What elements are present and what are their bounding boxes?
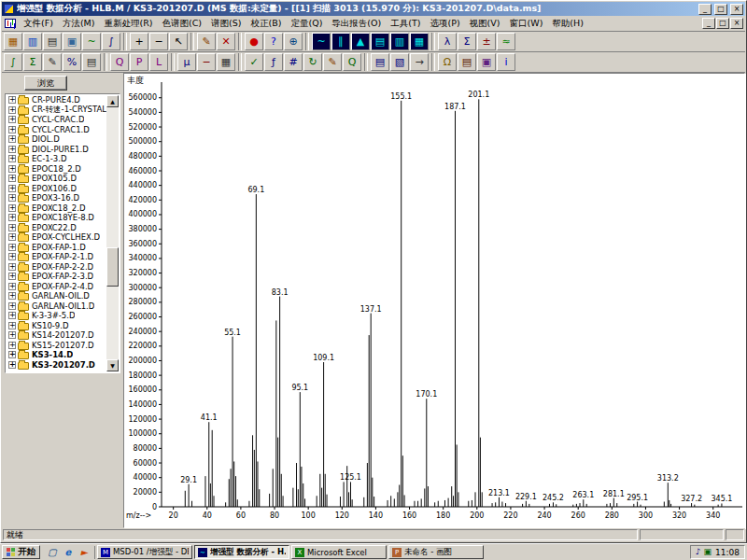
print-report-icon[interactable]: ▤ (82, 53, 101, 71)
start-button[interactable]: 开始 (2, 545, 40, 559)
task-data-analysis[interactable]: ~增强型 数据分析 - H... (194, 545, 289, 559)
expand-icon[interactable]: + (8, 322, 16, 329)
library-search-icon[interactable]: Q (110, 53, 129, 71)
expand-icon[interactable]: + (8, 361, 16, 369)
tree-item-EPOX3-16.D[interactable]: +EPOX3-16.D (7, 193, 106, 203)
tree-item-KS3-201207.D[interactable]: +KS3-201207.D (7, 360, 106, 371)
tree-item-CYCL-CRAC1.D[interactable]: +CYCL-CRAC1.D (7, 125, 106, 135)
menu-quantify[interactable]: 定量(Q) (286, 17, 327, 31)
expand-icon[interactable]: + (8, 253, 16, 260)
restore-button[interactable]: □ (714, 4, 727, 15)
menu-view[interactable]: 视图(V) (465, 17, 505, 31)
zoom-in-icon[interactable]: + (130, 33, 148, 50)
tree-item-EPOX-FAP-2-1.D[interactable]: +EPOX-FAP-2-1.D (7, 252, 106, 262)
info-icon[interactable]: i (497, 53, 515, 71)
child-minimize-button[interactable]: _ (702, 18, 715, 29)
custom-report-icon[interactable]: ▧ (390, 53, 409, 71)
scroll-up-icon[interactable]: ▲ (106, 95, 119, 107)
tree-item-EC-1-3.D[interactable]: +EC-1-3.D (7, 154, 106, 164)
tree-item-KS15-201207.D[interactable]: +KS15-201207.D (7, 341, 106, 351)
task-excel[interactable]: XMicrosoft Excel (291, 545, 387, 559)
menu-method[interactable]: 方法(M) (58, 17, 100, 31)
spectrum-panel[interactable]: 丰度02000040000600008000010000012000014000… (123, 73, 745, 528)
menu-calibrate[interactable]: 校正(B) (247, 17, 287, 31)
export-icon[interactable]: → (410, 53, 429, 71)
stamp-icon[interactable]: ▣ (477, 53, 496, 71)
tree-item-EPOX105.D[interactable]: +EPOX105.D (7, 174, 106, 184)
tic-spectrum-view-icon[interactable]: ▲ (351, 33, 370, 50)
expand-icon[interactable]: + (8, 312, 16, 319)
expand-icon[interactable]: + (8, 204, 16, 212)
tree-item-K-3-3#-5.D[interactable]: +K-3-3#-5.D (7, 311, 106, 321)
expand-icon[interactable]: + (8, 273, 16, 280)
tree-item-CYCL-CRAC.D[interactable]: +CYCL-CRAC.D (7, 115, 106, 125)
expand-icon[interactable]: + (8, 116, 16, 123)
menu-options[interactable]: 选项(P) (425, 17, 464, 31)
menu-chromatogram[interactable]: 色谱图(C) (158, 17, 207, 31)
pbm-search-icon[interactable]: P (130, 53, 148, 71)
taskbar-clock[interactable]: 11:08 (715, 548, 740, 557)
tree-item-DIOL-PURE1.D[interactable]: +DIOL-PURE1.D (7, 145, 106, 155)
report-icon[interactable]: ▤ (371, 53, 389, 71)
load-data-file-icon[interactable]: ▦ (4, 33, 22, 50)
menu-file[interactable]: 文件(F) (19, 17, 58, 31)
task-paint[interactable]: P未命名 - 画图 (388, 545, 484, 559)
expand-icon[interactable]: + (8, 194, 16, 202)
sum-spectra-icon[interactable]: Σ (458, 33, 476, 50)
tree-item-KS10-9.D[interactable]: +KS10-9.D (7, 321, 106, 331)
expand-icon[interactable]: + (8, 283, 16, 290)
expand-icon[interactable]: + (8, 244, 16, 251)
close-button[interactable]: × (730, 4, 743, 15)
media-player-icon[interactable]: ► (77, 546, 92, 559)
tree-item-KS14-201207.D[interactable]: +KS14-201207.D (7, 330, 106, 341)
recalculate-icon[interactable]: ↻ (303, 53, 322, 71)
expand-icon[interactable]: + (8, 155, 16, 162)
tree-item-EPOC18_2.D[interactable]: +EPOC18_2.D (7, 164, 106, 175)
tree-item-EPOX-FAP-1.D[interactable]: +EPOX-FAP-1.D (7, 243, 106, 253)
tree-item-GARLAN-OIL1.D[interactable]: +GARLAN-OIL1.D (7, 301, 106, 312)
tree-item-EPOX-FAP-2-2.D[interactable]: +EPOX-FAP-2-2.D (7, 262, 106, 273)
calibrate-icon[interactable]: ✓ (245, 53, 263, 71)
print-icon[interactable]: ▤ (43, 33, 62, 50)
percent-report-icon[interactable]: % (63, 53, 81, 71)
expand-icon[interactable]: + (8, 146, 16, 153)
subtract-spectra-icon[interactable]: ± (477, 33, 496, 50)
expand-icon[interactable]: + (8, 135, 16, 143)
menu-reprocess[interactable]: 重新处理(R) (100, 17, 158, 31)
quant-report-icon[interactable]: # (284, 53, 303, 71)
tree-item-DIOL.D[interactable]: +DIOL.D (7, 134, 106, 145)
annotate-icon[interactable]: ✎ (197, 33, 216, 50)
integration-events-icon[interactable]: ✎ (43, 53, 62, 71)
internet-explorer-icon[interactable]: e (61, 546, 76, 559)
tree-item-KS3-14.D[interactable]: +KS3-14.D (7, 350, 106, 360)
tree-item-EPOXC22.D[interactable]: +EPOXC22.D (7, 223, 106, 233)
expand-icon[interactable]: + (8, 165, 16, 173)
tabulate-spectrum-icon[interactable]: ▦ (217, 53, 235, 71)
expand-icon[interactable]: + (8, 351, 16, 358)
task-msd-top[interactable]: MMSD-01 /增强型 - DE... (97, 545, 192, 559)
expand-icon[interactable]: + (8, 185, 16, 192)
navigate-icon[interactable]: ⊕ (284, 33, 303, 50)
tree-item-EPOXC18YE-8.D[interactable]: +EPOXC18YE-8.D (7, 213, 106, 223)
chromatogram-window-icon[interactable]: ~ (82, 33, 101, 50)
edit-compounds-icon[interactable]: ✎ (323, 53, 342, 71)
extract-ion-icon[interactable]: λ (438, 33, 457, 50)
library-editor-icon[interactable]: L (149, 53, 168, 71)
balance-icon[interactable]: Ω (438, 53, 457, 71)
stop-icon[interactable]: ● (245, 33, 263, 50)
browse-button[interactable]: 浏览 (24, 76, 67, 91)
scroll-thumb[interactable] (106, 247, 119, 287)
tabulate-view-icon[interactable]: ▥ (390, 33, 409, 50)
tree-scrollbar[interactable]: ▲ ▼ (106, 95, 119, 371)
scroll-down-icon[interactable]: ▼ (106, 359, 119, 371)
child-restore-button[interactable]: □ (716, 18, 729, 29)
pointer-icon[interactable]: ↖ (169, 33, 188, 50)
quant-setup-icon[interactable]: ƒ (264, 53, 283, 71)
tree-item-CR-转速-1-CRYSTAL.[interactable]: +CR-转速-1-CRYSTAL. (7, 105, 106, 116)
expand-icon[interactable]: + (8, 126, 16, 133)
expand-icon[interactable]: + (8, 106, 16, 114)
expand-icon[interactable]: + (8, 263, 16, 271)
library-book-icon[interactable]: ▤ (458, 53, 476, 71)
menu-window[interactable]: 窗口(W) (505, 17, 548, 31)
expand-icon[interactable]: + (8, 175, 16, 182)
